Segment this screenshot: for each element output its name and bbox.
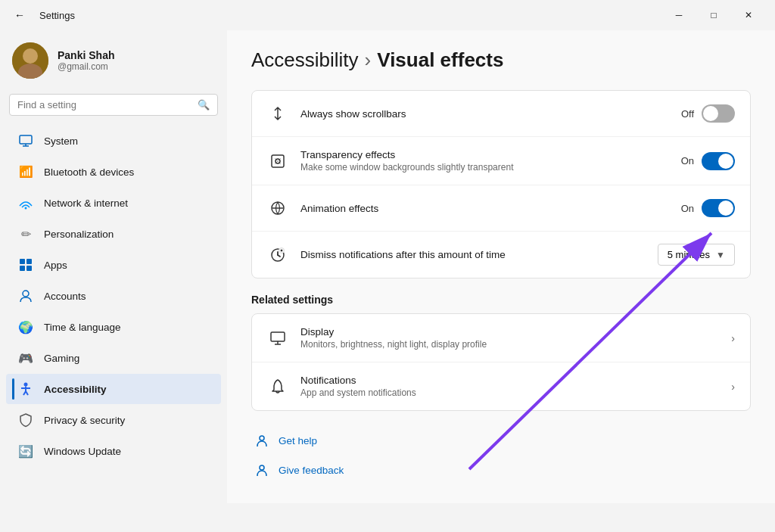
svg-line-23	[278, 255, 280, 257]
apps-icon	[18, 257, 33, 272]
sidebar-item-gaming[interactable]: 🎮 Gaming	[6, 343, 221, 373]
animation-text: Animation effects	[300, 203, 669, 214]
search-icon: 🔍	[198, 99, 210, 110]
sidebar-item-label-gaming: Gaming	[44, 353, 79, 364]
scrollbars-toggle[interactable]	[702, 104, 735, 123]
sidebar-item-label-network: Network & internet	[44, 198, 128, 209]
sidebar-item-label-accessibility: Accessibility	[44, 384, 107, 395]
system-icon	[18, 133, 33, 148]
svg-point-11	[23, 291, 29, 297]
bluetooth-icon: 📶	[18, 164, 33, 179]
notifications-chevron-icon: ›	[731, 381, 735, 393]
gaming-icon: 🎮	[18, 350, 33, 366]
search-input[interactable]	[17, 99, 191, 110]
related-settings-card: Display Monitors, brightness, night ligh…	[251, 313, 751, 411]
notifications-label: Notifications	[300, 375, 719, 386]
svg-rect-10	[26, 266, 32, 271]
svg-line-16	[26, 391, 28, 395]
related-row-notifications[interactable]: Notifications App and system notificatio…	[252, 362, 750, 410]
svg-rect-8	[26, 259, 32, 264]
setting-row-animation: Animation effects On	[252, 185, 750, 232]
titlebar-left: ← Settings	[9, 5, 75, 26]
user-info: Panki Shah @gmail.com	[58, 49, 114, 72]
accessibility-icon	[18, 381, 33, 397]
avatar-image	[12, 42, 48, 79]
minimize-button[interactable]: ─	[661, 3, 696, 27]
app-layout: Panki Shah @gmail.com 🔍 System 📶 Bluetoo…	[0, 30, 775, 532]
sidebar-item-privacy[interactable]: Privacy & security	[6, 405, 221, 435]
titlebar: ← Settings ─ □ ✕	[0, 0, 775, 30]
network-icon	[18, 195, 33, 210]
chevron-down-icon: ▼	[716, 250, 725, 260]
sidebar-item-accessibility[interactable]: Accessibility	[6, 374, 221, 404]
display-chevron-icon: ›	[731, 332, 735, 344]
transparency-text: Transparency effects Make some window ba…	[300, 149, 669, 173]
sidebar-item-label-system: System	[44, 135, 78, 147]
setting-row-scrollbars: Always show scrollbars Off	[252, 91, 750, 137]
transparency-toggle[interactable]	[702, 152, 735, 170]
notifications-icon	[267, 376, 288, 397]
get-help-label: Get help	[279, 435, 317, 446]
dismiss-control[interactable]: 5 minutes ▼	[658, 244, 735, 266]
scrollbars-label: Always show scrollbars	[300, 108, 669, 120]
page-header: Accessibility › Visual effects	[251, 48, 751, 72]
sidebar-item-label-bluetooth: Bluetooth & devices	[44, 166, 134, 178]
titlebar-title: Settings	[39, 10, 75, 21]
scrollbars-text: Always show scrollbars	[300, 108, 669, 120]
transparency-toggle-knob	[718, 154, 733, 169]
feedback-icon	[254, 462, 269, 479]
settings-card: Always show scrollbars Off T	[251, 90, 751, 278]
transparency-desc: Make some window backgrounds slightly tr…	[300, 162, 669, 173]
transparency-control: On	[681, 152, 735, 170]
notifications-desc: App and system notifications	[300, 387, 719, 398]
nav-section: System 📶 Bluetooth & devices Network & i…	[0, 125, 227, 532]
sidebar-item-apps[interactable]: Apps	[6, 250, 221, 280]
user-name: Panki Shah	[58, 49, 114, 61]
related-row-display[interactable]: Display Monitors, brightness, night ligh…	[252, 314, 750, 362]
sidebar-item-personalization[interactable]: ✏ Personalization	[6, 219, 221, 249]
display-label: Display	[300, 326, 719, 338]
sidebar-item-system[interactable]: System	[6, 126, 221, 156]
update-icon: 🔄	[18, 443, 33, 459]
scrollbars-toggle-label: Off	[681, 108, 694, 120]
sidebar-item-bluetooth[interactable]: 📶 Bluetooth & devices	[6, 157, 221, 187]
sidebar-item-label-privacy: Privacy & security	[44, 415, 125, 426]
related-settings-title: Related settings	[251, 294, 751, 306]
bottom-links: Get help Give feedback	[251, 426, 751, 485]
svg-rect-27	[271, 332, 285, 341]
sidebar-item-time[interactable]: 🌍 Time & language	[6, 312, 221, 342]
scrollbars-toggle-knob	[703, 106, 718, 121]
animation-toggle[interactable]	[702, 199, 735, 217]
give-feedback-link[interactable]: Give feedback	[251, 456, 751, 485]
get-help-link[interactable]: Get help	[251, 426, 751, 456]
notifications-text: Notifications App and system notificatio…	[300, 375, 719, 398]
sidebar-item-label-apps: Apps	[44, 260, 67, 271]
dismiss-text: Dismiss notifications after this amount …	[300, 249, 646, 260]
svg-point-12	[24, 383, 28, 387]
sidebar-item-network[interactable]: Network & internet	[6, 188, 221, 218]
accounts-icon	[18, 288, 33, 303]
user-profile: Panki Shah @gmail.com	[0, 30, 227, 88]
dismiss-label: Dismiss notifications after this amount …	[300, 249, 646, 260]
svg-point-6	[25, 207, 27, 210]
display-desc: Monitors, brightness, night light, displ…	[300, 339, 719, 350]
sidebar-item-accounts[interactable]: Accounts	[6, 281, 221, 311]
transparency-toggle-label: On	[681, 155, 694, 166]
maximize-button[interactable]: □	[696, 3, 731, 27]
animation-toggle-knob	[718, 201, 733, 216]
svg-rect-7	[20, 259, 25, 264]
sidebar: Panki Shah @gmail.com 🔍 System 📶 Bluetoo…	[0, 30, 227, 532]
avatar	[12, 42, 48, 79]
close-button[interactable]: ✕	[731, 3, 766, 27]
help-icon	[254, 432, 269, 450]
dismiss-icon	[267, 244, 288, 266]
privacy-icon	[18, 412, 33, 428]
animation-icon	[267, 198, 288, 219]
back-button[interactable]: ←	[9, 5, 30, 26]
dismiss-dropdown[interactable]: 5 minutes ▼	[658, 244, 735, 266]
sidebar-item-update[interactable]: 🔄 Windows Update	[6, 436, 221, 466]
search-box[interactable]: 🔍	[9, 94, 218, 116]
svg-point-30	[260, 436, 264, 440]
user-email: @gmail.com	[58, 61, 114, 72]
scrollbars-icon	[267, 103, 288, 124]
